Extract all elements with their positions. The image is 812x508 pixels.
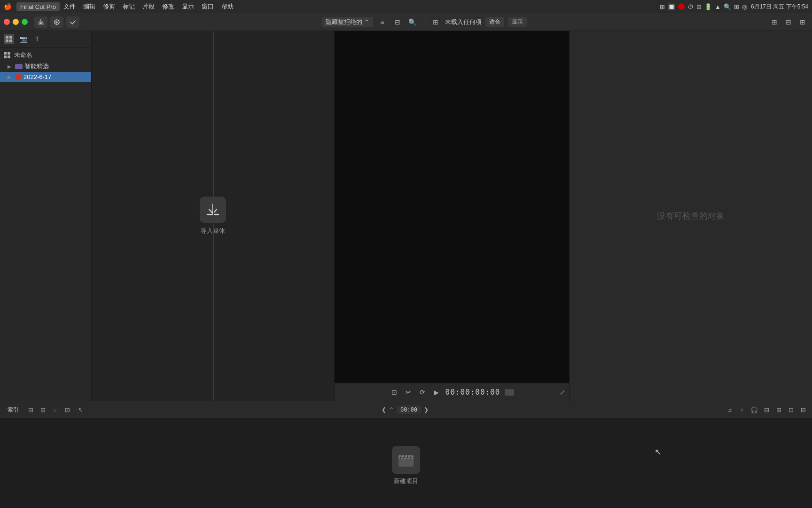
timeline-next[interactable]: ❯ xyxy=(424,406,429,413)
smart-collection-item[interactable]: ▶ 智能精选 xyxy=(0,61,91,72)
solo-btn[interactable]: ⊟ xyxy=(761,405,772,415)
event-item[interactable]: ▶ 2022-6-17 xyxy=(0,72,91,82)
maximize-button[interactable] xyxy=(22,19,28,25)
add-media-button[interactable]: ⊞ xyxy=(430,16,441,28)
clip-appearance-button[interactable]: ⊟ xyxy=(25,405,36,415)
menu-clip[interactable]: 片段 xyxy=(139,1,158,12)
menubar-icon-screen[interactable]: 🔲 xyxy=(668,3,675,10)
menu-file[interactable]: 文件 xyxy=(60,1,79,12)
browser-area[interactable]: 导入媒体 xyxy=(92,31,335,401)
menu-edit[interactable]: 编辑 xyxy=(79,1,99,12)
viewer-transform-button[interactable]: ⊡ xyxy=(390,388,399,397)
minimize-button[interactable] xyxy=(13,19,19,25)
effects-button[interactable]: ⊞ xyxy=(769,16,780,28)
viewer-expand-button[interactable]: ⤢ xyxy=(560,389,565,396)
browser-divider-line xyxy=(213,31,214,401)
import-button[interactable] xyxy=(34,16,47,28)
chevron-icon: ⌃ xyxy=(364,18,369,25)
audio-lane-btn[interactable]: ♬ xyxy=(725,405,735,415)
library-filter-selector[interactable]: 隐藏被拒绝的 ⌃ xyxy=(322,17,373,27)
timeline-right-controls: ♬ + 🎧 ⊟ ⊞ ⊡ ⊟ xyxy=(725,405,808,415)
viewer-speed-button[interactable]: ⟳ xyxy=(418,388,427,397)
viewer-screen xyxy=(335,31,569,383)
inspector-empty-label: 没有可检查的对象 xyxy=(657,210,725,222)
keyword-button[interactable] xyxy=(50,16,63,28)
menu-trim[interactable]: 修剪 xyxy=(99,1,119,12)
menubar-icon-search[interactable]: 🔍 xyxy=(724,3,731,10)
event-expand-icon: ▶ xyxy=(8,74,13,79)
inspector-button[interactable]: ⊞ xyxy=(797,16,808,28)
audio-skimming-btn[interactable]: ⊞ xyxy=(773,405,784,415)
clip-view2-button[interactable]: ⊞ xyxy=(38,405,48,415)
sidebar-tab-libraries[interactable] xyxy=(4,34,14,44)
headphone-btn[interactable]: 🎧 xyxy=(749,405,759,415)
library-tree: 未命名 ▶ 智能精选 ▶ 2022-6-17 xyxy=(0,48,91,401)
new-project-button[interactable]: 新建项目 xyxy=(392,446,420,485)
check-button[interactable] xyxy=(66,16,79,28)
filmstrip-view-button[interactable]: ⊟ xyxy=(392,16,403,28)
event-icon xyxy=(15,74,22,79)
new-project-icon xyxy=(392,446,420,474)
menu-help[interactable]: 帮助 xyxy=(218,1,237,12)
toolbar-right-icons: ⊞ ⊟ ⊞ xyxy=(769,16,808,28)
menubar-datetime: 6月17日 周五 下午5:54 xyxy=(751,3,808,11)
filter-label: 隐藏被拒绝的 xyxy=(326,18,362,26)
menubar-icon-battery[interactable]: 🔋 xyxy=(704,3,712,10)
timeline-area: 新建项目 ↖ xyxy=(0,419,812,508)
timeline-prev[interactable]: ❮ xyxy=(382,406,386,413)
index-button[interactable]: 索引 xyxy=(4,405,23,415)
toolbar-separator xyxy=(424,17,424,27)
timeline-timecode[interactable]: 00:00 xyxy=(397,405,421,414)
cursor-indicator: ↖ xyxy=(655,447,662,457)
library-root[interactable]: 未命名 xyxy=(0,49,91,61)
viewer-controls-bar: ⊡ ✂ ⟳ ▶ 00:00:00:00 ⤢ xyxy=(335,383,569,401)
menu-window[interactable]: 窗口 xyxy=(198,1,218,12)
magnetic-btn[interactable]: + xyxy=(737,405,747,415)
clip-appearance-btn[interactable]: ⊡ xyxy=(62,405,72,415)
expand-icon: ▶ xyxy=(8,64,13,69)
menubar-icon-grid[interactable]: ⊞ xyxy=(696,3,702,10)
menubar-right: ⊞ 🔲 ⏱ ⊞ 🔋 ▲ 🔍 ⊞ ◎ 6月17日 周五 下午5:54 xyxy=(660,3,808,11)
library-name: 未命名 xyxy=(14,51,32,59)
menubar-icon-wifi[interactable]: ▲ xyxy=(715,3,721,10)
menu-view[interactable]: 显示 xyxy=(178,1,198,12)
viewer-timecode: 00:00:00:00 xyxy=(445,388,500,397)
menu-modify[interactable]: 修改 xyxy=(158,1,178,12)
toolbar-center: 隐藏被拒绝的 ⌃ ≡ ⊟ 🔍 ⊞ 未载入任何项 适合 显示 xyxy=(82,16,766,28)
zoom-btn[interactable]: ⊟ xyxy=(798,405,808,415)
left-sidebar: 📷 T 未命名 ▶ 智能精选 ▶ 2022-6-17 xyxy=(0,31,92,401)
clip-view-button[interactable]: ≡ xyxy=(377,16,388,28)
close-button[interactable] xyxy=(4,19,10,25)
menubar-icon-clock[interactable]: ⏱ xyxy=(687,3,694,10)
tool-selector[interactable]: ↖ xyxy=(75,405,86,415)
inspector-area: 没有可检查的对象 xyxy=(570,31,812,401)
timeline-view-icons: ⊟ ⊞ ≡ ⊡ xyxy=(25,405,72,415)
menubar-icon-record[interactable] xyxy=(678,3,685,10)
smart-collection-label: 智能精选 xyxy=(24,62,49,71)
viewer-fit-selector[interactable]: 适合 xyxy=(485,17,504,27)
menubar-icon-siri[interactable]: ◎ xyxy=(742,3,747,10)
viewer-no-item-label: 未载入任何项 xyxy=(445,18,482,26)
traffic-lights xyxy=(4,19,28,25)
event-label: 2022-6-17 xyxy=(23,73,51,80)
new-project-label: 新建项目 xyxy=(394,477,418,485)
menu-mark[interactable]: 标记 xyxy=(119,1,139,12)
search-button[interactable]: 🔍 xyxy=(407,16,418,28)
viewer-trim-button[interactable]: ✂ xyxy=(404,388,413,397)
main-area: 📷 T 未命名 ▶ 智能精选 ▶ 2022-6-17 xyxy=(0,31,812,401)
menubar-icon-cast[interactable]: ⊞ xyxy=(660,3,665,10)
sidebar-tab-photos[interactable]: 📷 xyxy=(18,34,28,44)
sidebar-tab-titles[interactable]: T xyxy=(32,34,42,44)
menubar: 🍎 Final Cut Pro 文件 编辑 修剪 标记 片段 修改 显示 窗口 … xyxy=(0,0,812,13)
menubar-icon-control[interactable]: ⊞ xyxy=(734,3,739,10)
snapping-btn[interactable]: ⊡ xyxy=(786,405,796,415)
viewer-play-button[interactable]: ▶ xyxy=(432,388,441,397)
viewer-timecode-bg xyxy=(505,389,514,396)
apple-logo[interactable]: 🍎 xyxy=(4,3,12,10)
viewer-display-selector[interactable]: 显示 xyxy=(508,17,527,27)
menu-finalcutpro[interactable]: Final Cut Pro xyxy=(16,2,60,11)
smart-collection-icon xyxy=(15,64,23,69)
transitions-button[interactable]: ⊟ xyxy=(783,16,794,28)
timeline-position-selector[interactable]: ⌃ xyxy=(389,406,394,413)
clip-view3-button[interactable]: ≡ xyxy=(50,405,60,415)
